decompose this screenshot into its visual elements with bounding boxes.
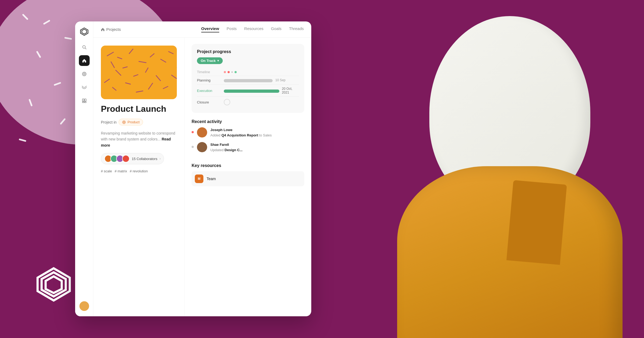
avatar-4 (122, 155, 130, 162)
activity-avatar-shae (197, 142, 207, 152)
project-thumbnail (101, 46, 177, 99)
on-track-label: On Track (201, 59, 216, 63)
progress-title: Project progress (197, 49, 299, 54)
collaborators-count: 15 Collaborators (132, 157, 157, 161)
projects-label: Projects (106, 27, 121, 32)
sidebar-logo (79, 27, 89, 36)
svg-rect-9 (85, 99, 86, 101)
execution-bar-cell: 20 Oct, 2021 (224, 85, 299, 97)
content-area: Product Launch Project in Product Revamp… (93, 38, 311, 316)
resource-item-team[interactable]: M Team (192, 171, 304, 186)
activity-name-2: Shae Farell (210, 143, 229, 147)
brand-logo (32, 263, 75, 306)
sidebar-connections-icon[interactable] (79, 82, 90, 93)
activity-avatar-joseph (197, 127, 207, 138)
svg-rect-11 (85, 102, 86, 103)
activity-item: Joseph Lowe Added Q4 Acquisition Report … (192, 127, 304, 138)
tag-scale[interactable]: # scale (101, 169, 112, 173)
project-description: Revamping marketing website to correspon… (101, 130, 177, 148)
collaborators-row: 15 Collaborators › (101, 153, 177, 164)
table-row: Closure (197, 97, 299, 108)
key-resources-title: Key resources (192, 163, 304, 168)
product-badge[interactable]: Product (119, 119, 143, 125)
dropdown-chevron-icon: ▾ (217, 59, 219, 62)
activity-action-2: Updated (210, 148, 224, 152)
activity-link-1: Q4 Acquisition Report (221, 133, 258, 137)
planning-bar-cell: 10 Sep (224, 76, 299, 85)
timeline-table: Timeline (197, 68, 299, 107)
chevron-right-icon: › (159, 157, 160, 161)
app-window: Projects Overview Posts Resources Goals … (75, 21, 311, 316)
decorative-dash (19, 138, 27, 142)
closure-label: Closure (197, 97, 224, 108)
progress-card: Project progress On Track ▾ Timeline (192, 44, 304, 113)
resource-name-team: Team (207, 177, 216, 181)
project-title: Product Launch (101, 104, 177, 114)
sidebar-goals-icon[interactable] (79, 69, 90, 79)
user-avatar[interactable] (79, 301, 89, 311)
tab-threads[interactable]: Threads (289, 26, 304, 32)
planning-bar (224, 79, 273, 82)
jacket-collar (506, 180, 567, 265)
activity-link-2: Design C... (225, 148, 243, 152)
recent-activity-section: Recent activity Joseph Lowe Added Q4 Acq… (192, 119, 304, 157)
svg-point-13 (122, 121, 126, 124)
activity-text-1: Joseph Lowe Added Q4 Acquisition Report … (210, 127, 272, 138)
right-panel: Project progress On Track ▾ Timeline (185, 38, 311, 316)
timeline-dots (224, 68, 299, 76)
activity-dest-1: Sales (263, 133, 272, 137)
svg-rect-8 (82, 99, 84, 101)
dot-red (228, 71, 230, 73)
execution-date: 20 Oct, 2021 (282, 87, 299, 94)
recent-activity-title: Recent activity (192, 119, 304, 124)
product-badge-label: Product (127, 120, 140, 124)
project-in-label: Project in (101, 120, 116, 124)
table-row: Planning 10 Sep (197, 76, 299, 85)
project-in-row: Project in Product (101, 119, 177, 125)
tag-matrix[interactable]: # matrix (115, 169, 127, 173)
activity-dot-gray (192, 146, 194, 148)
header-nav: Projects Overview Posts Resources Goals … (93, 21, 311, 38)
svg-rect-10 (82, 102, 84, 103)
activity-dot-red (192, 131, 194, 133)
timeline-header: Timeline (197, 68, 224, 76)
svg-line-4 (85, 48, 86, 49)
tab-resources[interactable]: Resources (244, 26, 264, 32)
nav-tabs: Overview Posts Resources Goals Threads (201, 26, 304, 32)
left-panel: Product Launch Project in Product Revamp… (93, 38, 185, 316)
execution-label: Execution (197, 85, 224, 97)
sidebar-projects-icon[interactable] (79, 55, 90, 66)
tab-posts[interactable]: Posts (227, 26, 237, 32)
activity-item-2: Shae Farell Updated Design C... (192, 142, 304, 153)
tab-goals[interactable]: Goals (271, 26, 281, 32)
jacket-body (397, 166, 623, 338)
sidebar-library-icon[interactable] (79, 95, 90, 106)
tag-revolution[interactable]: # revolution (130, 169, 148, 173)
closure-bar-cell (224, 97, 299, 108)
key-resources-section: Key resources M Team (192, 163, 304, 186)
dot-gray (231, 71, 233, 73)
tab-overview[interactable]: Overview (201, 26, 219, 32)
sidebar-search-icon[interactable] (79, 42, 90, 53)
person-illustration (322, 0, 644, 338)
dot-pink (224, 71, 226, 73)
activity-text-2: Shae Farell Updated Design C... (210, 142, 243, 153)
table-row: Execution 20 Oct, 2021 (197, 85, 299, 97)
avatar-stack (104, 155, 130, 162)
resource-icon-m: M (195, 174, 203, 183)
activity-action-1: Added (210, 133, 221, 137)
sidebar (75, 21, 93, 316)
head-shape (429, 16, 590, 209)
execution-bar (224, 90, 279, 93)
on-track-badge[interactable]: On Track ▾ (197, 57, 223, 64)
activity-name-1: Joseph Lowe (210, 128, 232, 132)
closure-indicator (224, 99, 230, 105)
projects-link[interactable]: Projects (101, 27, 121, 32)
svg-point-7 (84, 73, 85, 75)
svg-marker-2 (46, 276, 62, 293)
main-content: Projects Overview Posts Resources Goals … (93, 21, 311, 316)
planning-label: Planning (197, 76, 224, 85)
dot-green (235, 71, 237, 73)
collaborators-button[interactable]: 15 Collaborators › (101, 153, 164, 164)
tags-row: # scale # matrix # revolution (101, 169, 177, 173)
